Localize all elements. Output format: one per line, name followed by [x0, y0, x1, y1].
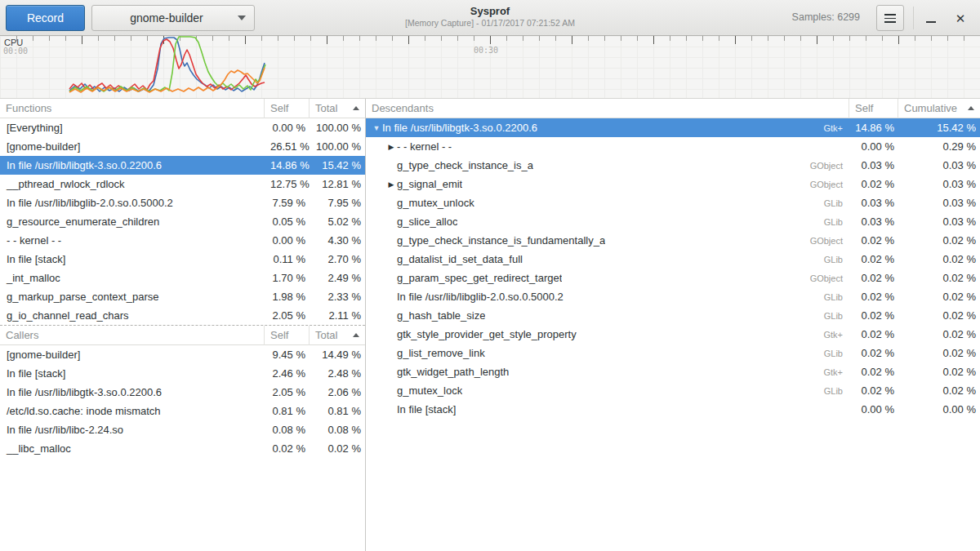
self-percent: 2.05 % — [265, 309, 310, 322]
total-percent: 2.70 % — [310, 253, 365, 265]
minimize-button[interactable] — [916, 0, 946, 36]
self-percent: 1.70 % — [265, 272, 310, 284]
tree-row[interactable]: g_slice_allocGLib0.03 %0.03 % — [366, 212, 980, 231]
descendants-table-body: ▼In file /usr/lib/libgtk-3.so.0.2200.6Gt… — [366, 118, 980, 419]
column-header-functions[interactable]: Functions — [0, 99, 265, 118]
tree-row[interactable]: g_param_spec_get_redirect_targetGObject0… — [366, 269, 980, 287]
tree-row[interactable]: In file /usr/lib/libglib-2.0.so.0.5000.2… — [366, 287, 980, 306]
library-tag: Gtk+ — [800, 330, 849, 340]
tree-row[interactable]: gtk_style_provider_get_style_propertyGtk… — [366, 325, 980, 344]
descendant-name-cell: g_mutex_unlock — [366, 197, 800, 209]
tree-row[interactable]: gtk_widget_path_lengthGtk+0.02 %0.02 % — [366, 362, 980, 381]
expander-closed-icon[interactable]: ▶ — [385, 180, 397, 189]
function-name: /etc/ld.so.cache: inode mismatch — [0, 405, 265, 417]
self-percent: 1.98 % — [265, 291, 310, 303]
self-percent: 0.02 % — [849, 253, 898, 265]
cpu-line-cpu2 — [69, 37, 265, 91]
column-header-total[interactable]: Total — [310, 99, 365, 118]
table-row[interactable]: g_resource_enumerate_children0.05 %5.02 … — [0, 212, 365, 231]
self-percent: 0.03 % — [849, 197, 898, 209]
table-row[interactable]: __libc_malloc0.02 %0.02 % — [0, 439, 365, 458]
function-name: In file /usr/lib/libglib-2.0.so.0.5000.2 — [0, 197, 265, 209]
table-row[interactable]: _int_malloc1.70 %2.49 % — [0, 269, 365, 287]
tree-row[interactable]: g_datalist_id_set_data_fullGLib0.02 %0.0… — [366, 250, 980, 269]
table-row[interactable]: In file /usr/lib/libglib-2.0.so.0.5000.2… — [0, 193, 365, 212]
total-percent: 14.49 % — [310, 349, 365, 361]
callers-table: Callers Self Total [gnome-builder]9.45 %… — [0, 325, 365, 458]
menu-button[interactable] — [876, 5, 904, 31]
expander-open-icon[interactable]: ▼ — [371, 124, 382, 132]
tree-row[interactable]: ▶g_signal_emitGObject0.02 %0.03 % — [366, 175, 980, 193]
table-row[interactable]: g_io_channel_read_chars2.05 %2.11 % — [0, 306, 365, 325]
tree-row[interactable]: ▶- - kernel - -0.00 %0.29 % — [366, 137, 980, 156]
table-row[interactable]: In file [stack]2.46 %2.48 % — [0, 364, 365, 383]
table-row[interactable]: __pthread_rwlock_rdlock12.75 %12.81 % — [0, 175, 365, 193]
sort-ascending-icon — [353, 106, 359, 110]
samples-count: Samples: 6299 — [792, 11, 860, 23]
app-title: Sysprof — [405, 4, 575, 18]
library-tag: GLib — [800, 349, 849, 358]
library-tag: GObject — [800, 180, 849, 189]
descendant-name-cell: g_mutex_lock — [366, 384, 800, 397]
right-pane: Descendants Self Cumulative ▼In file /us… — [366, 99, 980, 551]
table-row[interactable]: g_markup_parse_context_parse1.98 %2.33 % — [0, 287, 365, 306]
column-header-callers[interactable]: Callers — [0, 326, 265, 345]
table-row[interactable]: In file /usr/lib/libc-2.24.so0.08 %0.08 … — [0, 420, 365, 439]
column-header-cumulative[interactable]: Cumulative — [898, 99, 980, 118]
table-row[interactable]: [gnome-builder]9.45 %14.49 % — [0, 345, 365, 364]
column-header-descendants[interactable]: Descendants — [366, 99, 849, 118]
table-row[interactable]: In file /usr/lib/libgtk-3.so.0.2200.62.0… — [0, 383, 365, 402]
column-header-total[interactable]: Total — [310, 326, 365, 345]
self-percent: 0.81 % — [265, 405, 310, 417]
cpu-line-cpu1 — [69, 39, 265, 91]
self-percent: 0.02 % — [849, 366, 898, 378]
cpu-graph[interactable]: CPU 00:00 00:30 — [0, 36, 980, 99]
time-tick-start: 00:00 — [3, 47, 28, 56]
column-header-self[interactable]: Self — [265, 326, 310, 345]
tree-row[interactable]: g_type_check_instance_is_fundamentally_a… — [366, 231, 980, 250]
function-name: g_type_check_instance_is_fundamentally_a — [397, 234, 605, 247]
cumulative-percent: 0.02 % — [898, 347, 980, 359]
tree-row[interactable]: g_hash_table_sizeGLib0.02 %0.02 % — [366, 306, 980, 325]
column-header-self[interactable]: Self — [849, 99, 898, 118]
time-tick-mid: 00:30 — [474, 46, 498, 55]
self-percent: 14.86 % — [849, 122, 898, 134]
sort-ascending-icon — [968, 106, 974, 110]
descendant-name-cell: g_type_check_instance_is_fundamentally_a — [366, 234, 800, 247]
tree-row[interactable]: g_mutex_lockGLib0.02 %0.02 % — [366, 381, 980, 400]
table-row[interactable]: - - kernel - -0.00 %4.30 % — [0, 231, 365, 250]
function-name: _int_malloc — [0, 272, 265, 284]
table-row[interactable]: [gnome-builder]26.51 %100.00 % — [0, 137, 365, 156]
table-row[interactable]: [Everything]0.00 %100.00 % — [0, 118, 365, 137]
table-row[interactable]: In file [stack]0.11 %2.70 % — [0, 250, 365, 269]
headerbar-separator — [913, 7, 914, 29]
expander-closed-icon[interactable]: ▶ — [385, 143, 397, 151]
function-name: g_param_spec_get_redirect_target — [397, 272, 562, 284]
tree-row[interactable]: g_mutex_unlockGLib0.03 %0.03 % — [366, 193, 980, 212]
tree-row[interactable]: In file [stack]0.00 %0.00 % — [366, 400, 980, 419]
cumulative-percent: 0.29 % — [898, 140, 980, 153]
close-button[interactable]: ✕ — [946, 0, 975, 36]
self-percent: 7.59 % — [265, 197, 310, 209]
self-percent: 2.05 % — [265, 386, 310, 398]
tree-row[interactable]: g_type_check_instance_is_aGObject0.03 %0… — [366, 156, 980, 175]
function-name: g_markup_parse_context_parse — [0, 291, 265, 303]
table-row[interactable]: In file /usr/lib/libgtk-3.so.0.2200.614.… — [0, 156, 365, 175]
descendant-name-cell: In file [stack] — [366, 403, 800, 415]
tree-row[interactable]: g_list_remove_linkGLib0.02 %0.02 % — [366, 344, 980, 362]
column-header-self[interactable]: Self — [265, 99, 310, 118]
function-name: __libc_malloc — [0, 442, 265, 455]
function-name: g_mutex_unlock — [397, 197, 474, 209]
library-tag: GObject — [800, 161, 849, 171]
process-selector-label: gnome-builder — [100, 11, 233, 24]
descendant-name-cell: g_type_check_instance_is_a — [366, 159, 800, 171]
tree-row[interactable]: ▼In file /usr/lib/libgtk-3.so.0.2200.6Gt… — [366, 118, 980, 137]
function-name: g_list_remove_link — [397, 347, 485, 359]
total-percent: 2.48 % — [310, 367, 365, 380]
total-percent: 15.42 % — [310, 159, 365, 171]
process-selector-dropdown[interactable]: gnome-builder — [91, 5, 255, 31]
table-row[interactable]: /etc/ld.so.cache: inode mismatch0.81 %0.… — [0, 402, 365, 420]
self-percent: 0.00 % — [849, 140, 898, 153]
self-percent: 26.51 % — [265, 140, 310, 153]
record-button[interactable]: Record — [6, 5, 85, 31]
